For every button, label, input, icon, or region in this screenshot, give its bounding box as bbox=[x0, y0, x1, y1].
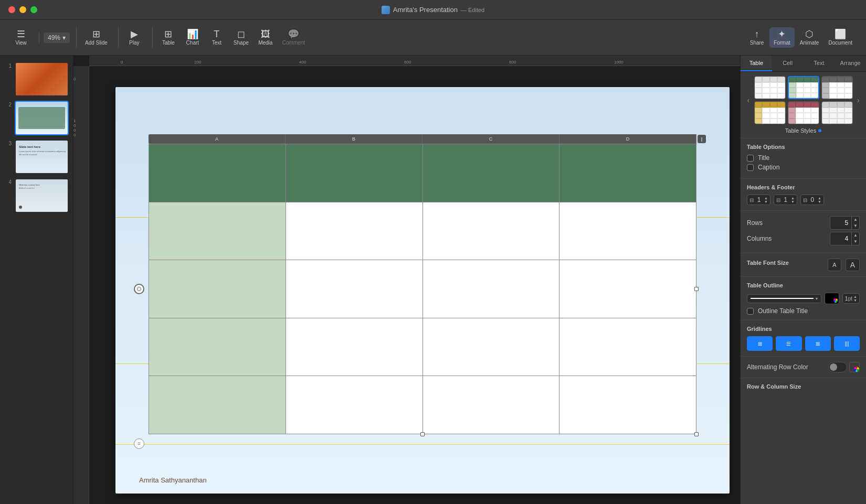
footer-rows-up[interactable]: ▲ bbox=[818, 196, 821, 200]
gridline-btn-rows[interactable]: ☰ bbox=[776, 336, 801, 351]
outline-title-checkbox[interactable] bbox=[747, 308, 754, 315]
shape-button[interactable]: ◻ Shape bbox=[229, 27, 253, 48]
table-resize-bc[interactable] bbox=[420, 432, 425, 436]
window-controls[interactable] bbox=[8, 6, 37, 13]
table-row[interactable] bbox=[149, 260, 696, 318]
table-cell[interactable] bbox=[423, 260, 559, 318]
table-cell[interactable] bbox=[423, 318, 559, 376]
style-swatch-3[interactable] bbox=[821, 76, 853, 99]
header-rows-up[interactable]: ▲ bbox=[764, 196, 768, 200]
eq-handle[interactable]: = bbox=[134, 438, 144, 449]
caption-checkbox[interactable] bbox=[747, 164, 754, 171]
animate-button[interactable]: ⬡ Animate bbox=[796, 27, 823, 48]
table-resize-br[interactable] bbox=[694, 432, 699, 436]
zoom-selector[interactable]: 49% ▾ bbox=[44, 33, 70, 43]
circle-handle[interactable] bbox=[134, 284, 144, 294]
close-button[interactable] bbox=[8, 6, 15, 13]
table-row[interactable] bbox=[149, 318, 696, 376]
pt-up[interactable]: ▲ bbox=[853, 295, 857, 298]
slide-table[interactable] bbox=[149, 144, 696, 434]
style-swatch-4[interactable] bbox=[754, 101, 786, 124]
table-button[interactable]: ⊞ Table bbox=[157, 27, 180, 48]
chart-button[interactable]: 📊 Chart bbox=[181, 27, 204, 48]
table-row[interactable] bbox=[149, 202, 696, 260]
table-cell[interactable] bbox=[559, 202, 696, 260]
tab-text[interactable]: Text bbox=[804, 56, 835, 71]
header-rows-control[interactable]: ⊟ 1 ▲ ▼ bbox=[747, 195, 770, 205]
gridline-btn-v[interactable]: ||| bbox=[834, 336, 860, 351]
footer-rows-control[interactable]: ⊟ 0 ▲ ▼ bbox=[800, 195, 824, 205]
format-button[interactable]: ✦ Format bbox=[769, 27, 795, 48]
header-cols-stepper[interactable]: ▲ ▼ bbox=[791, 196, 795, 203]
table-cell[interactable] bbox=[423, 376, 559, 434]
font-increase-btn[interactable]: A bbox=[846, 259, 860, 271]
header-rows-stepper[interactable]: ▲ ▼ bbox=[764, 196, 768, 203]
table-resize-mr[interactable] bbox=[694, 287, 699, 291]
slide-preview-4[interactable]: Slide text content here Additional conte… bbox=[15, 178, 69, 213]
cols-stepper[interactable]: ▲ ▼ bbox=[851, 232, 859, 245]
cols-control[interactable]: 4 ▲ ▼ bbox=[830, 232, 860, 245]
style-swatch-5[interactable] bbox=[788, 101, 819, 124]
slide-preview-2[interactable] bbox=[15, 101, 69, 135]
canvas-area[interactable]: 0 200 400 600 800 1000 0 1000 A B bbox=[73, 56, 740, 504]
table-cell-h4[interactable] bbox=[559, 144, 696, 202]
alt-row-toggle[interactable] bbox=[828, 362, 847, 372]
table-cell-h2[interactable] bbox=[286, 144, 423, 202]
rows-down[interactable]: ▼ bbox=[852, 223, 859, 229]
table-cell[interactable] bbox=[149, 318, 286, 376]
header-rows-down[interactable]: ▼ bbox=[764, 200, 768, 203]
share-button[interactable]: ↑ Share bbox=[745, 27, 768, 48]
play-button[interactable]: ▶ Play bbox=[123, 27, 146, 48]
header-cols-up[interactable]: ▲ bbox=[791, 196, 795, 200]
slide-thumb-3[interactable]: 3 Slide text here Lorem ipsum dolor sit … bbox=[0, 137, 73, 176]
tab-arrange[interactable]: Arrange bbox=[835, 56, 866, 71]
slide-table-container[interactable]: A B C D ‖ = bbox=[139, 134, 706, 444]
slide-thumb-1[interactable]: 1 bbox=[0, 60, 73, 99]
table-cell[interactable] bbox=[423, 202, 559, 260]
table-cell[interactable] bbox=[286, 202, 423, 260]
table-cell[interactable] bbox=[286, 376, 423, 434]
slide-preview-3[interactable]: Slide text here Lorem ipsum dolor sit am… bbox=[15, 140, 69, 174]
table-cell[interactable] bbox=[149, 202, 286, 260]
view-button[interactable]: ☰ View bbox=[9, 27, 33, 48]
cols-up[interactable]: ▲ bbox=[852, 232, 859, 239]
styles-prev-arrow[interactable]: ‹ bbox=[745, 96, 752, 104]
styles-next-arrow[interactable]: › bbox=[855, 96, 862, 104]
pt-control[interactable]: 1 pt ▲ ▼ bbox=[842, 293, 860, 304]
col-resize-handle[interactable]: ‖ bbox=[698, 135, 706, 143]
outline-style-selector[interactable]: ▾ bbox=[747, 294, 821, 303]
table-row[interactable] bbox=[149, 376, 696, 434]
gridline-btn-all[interactable]: ⊞ bbox=[747, 336, 773, 351]
table-cell[interactable] bbox=[559, 260, 696, 318]
font-decrease-btn[interactable]: A bbox=[828, 259, 841, 271]
tab-cell[interactable]: Cell bbox=[772, 56, 804, 71]
maximize-button[interactable] bbox=[30, 6, 37, 13]
tab-table[interactable]: Table bbox=[741, 56, 772, 71]
table-row[interactable] bbox=[149, 144, 696, 202]
title-checkbox[interactable] bbox=[747, 155, 754, 162]
footer-rows-stepper[interactable]: ▲ ▼ bbox=[818, 196, 821, 203]
rows-stepper[interactable]: ▲ ▼ bbox=[851, 217, 859, 229]
rows-up[interactable]: ▲ bbox=[852, 217, 859, 223]
comment-button[interactable]: 💬 Comment bbox=[278, 27, 309, 48]
table-cell[interactable] bbox=[149, 376, 286, 434]
slide-thumb-4[interactable]: 4 Slide text content here Additional con… bbox=[0, 176, 73, 215]
add-slide-button[interactable]: ⊞ Add Slide bbox=[81, 27, 112, 48]
style-swatch-6[interactable] bbox=[821, 101, 853, 124]
header-cols-control[interactable]: ⊟ 1 ▲ ▼ bbox=[774, 195, 797, 205]
pt-down[interactable]: ▼ bbox=[853, 298, 857, 302]
minimize-button[interactable] bbox=[19, 6, 26, 13]
table-cell-h3[interactable] bbox=[423, 144, 559, 202]
style-swatch-2[interactable] bbox=[788, 76, 819, 99]
footer-rows-down[interactable]: ▼ bbox=[818, 200, 821, 203]
table-cell[interactable] bbox=[149, 260, 286, 318]
pt-stepper[interactable]: ▲ ▼ bbox=[853, 295, 857, 302]
outline-color-swatch[interactable] bbox=[825, 293, 839, 304]
header-cols-down[interactable]: ▼ bbox=[791, 200, 795, 203]
table-cell[interactable] bbox=[559, 376, 696, 434]
text-button[interactable]: T Text bbox=[205, 27, 228, 48]
table-cell-h1[interactable] bbox=[149, 144, 286, 202]
document-button[interactable]: ⬜ Document bbox=[824, 27, 857, 48]
style-swatch-1[interactable] bbox=[754, 76, 786, 99]
rows-control[interactable]: 5 ▲ ▼ bbox=[830, 216, 860, 230]
